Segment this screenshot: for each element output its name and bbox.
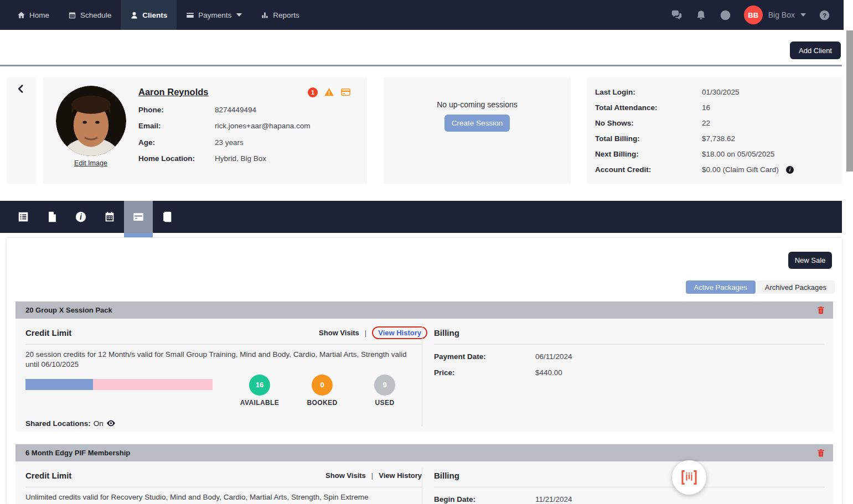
- barcode-scan-widget-button[interactable]: [672, 460, 706, 495]
- tab-schedule[interactable]: [95, 201, 124, 233]
- scrollbar-thumb[interactable]: [846, 30, 853, 172]
- book-icon: [161, 211, 173, 223]
- tab-notes[interactable]: [153, 201, 182, 233]
- stat-label: Total Billing:: [595, 134, 702, 143]
- tab-active-packages[interactable]: Active Packages: [686, 280, 756, 294]
- chevron-left-icon: [17, 84, 26, 93]
- header-divider: [0, 65, 842, 66]
- tab-archived-packages[interactable]: Archived Packages: [757, 280, 835, 294]
- nav-item-clients[interactable]: Clients: [121, 0, 177, 30]
- field-label: Age:: [138, 138, 215, 147]
- field-value: rick.jones+aar@hapana.com: [215, 122, 310, 130]
- billing-value: $440.00: [535, 368, 562, 377]
- delete-package-button[interactable]: [816, 448, 825, 458]
- nav-label: Payments: [198, 11, 231, 19]
- client-name-link[interactable]: Aaron Reynolds: [138, 87, 209, 97]
- package-title: 6 Month Edgy PIF Membership: [25, 449, 130, 457]
- credit-progress-fill: [25, 379, 93, 390]
- credit-counters: 16 AVAILABLE 0 BOOKED 9 USED: [235, 375, 410, 407]
- stat-label: Next Billing:: [595, 150, 702, 158]
- package-body: Credit Limit Show Visits | View History …: [15, 461, 833, 504]
- billing-label: Payment Date:: [434, 352, 535, 361]
- alert-count-badge[interactable]: 1: [308, 87, 318, 97]
- tab-packages[interactable]: [124, 201, 153, 233]
- tab-info[interactable]: i: [66, 201, 95, 233]
- calendar-icon: [104, 211, 116, 223]
- help-icon[interactable]: ?: [819, 9, 830, 21]
- package-description: Unlimited credits valid for Recovery Stu…: [25, 492, 410, 502]
- billing-row-price: Price: $440.00: [434, 368, 824, 377]
- warning-icon[interactable]: [324, 87, 334, 97]
- client-info-column: Aaron Reynolds 1 Phone: 8274449494 Email…: [138, 77, 367, 184]
- stat-label: No Shows:: [595, 119, 702, 127]
- used-count: 9: [374, 375, 395, 396]
- billing-label: Begin Date:: [434, 495, 535, 503]
- messages-icon[interactable]: [671, 9, 683, 21]
- counter-label: USED: [360, 399, 410, 407]
- counter-available: 16 AVAILABLE: [235, 375, 285, 407]
- client-summary-card: Edit Image Aaron Reynolds 1 Phone: 82744…: [43, 77, 367, 184]
- section-divider: [25, 487, 422, 487]
- svg-text:?: ?: [823, 11, 826, 19]
- client-field-age: Age: 23 years: [138, 138, 367, 147]
- billing-row-begin-date: Begin Date: 11/21/2024: [434, 495, 824, 503]
- section-divider: [434, 487, 824, 487]
- credit-card-alert-icon[interactable]: [340, 87, 351, 97]
- shared-locations-value: On: [94, 419, 104, 428]
- field-label: Email:: [138, 122, 215, 130]
- view-history-link-annotated[interactable]: View History: [372, 326, 427, 339]
- shared-locations-label: Shared Locations:: [25, 419, 91, 428]
- counter-used: 9 USED: [360, 375, 410, 407]
- client-field-phone: Phone: 8274449494: [138, 106, 367, 114]
- credit-progress-bar: [25, 379, 213, 390]
- trash-icon: [816, 448, 825, 458]
- tab-documents[interactable]: [38, 201, 66, 233]
- new-sale-button[interactable]: New Sale: [788, 252, 832, 269]
- field-label: Home Location:: [138, 154, 215, 163]
- view-history-link[interactable]: View History: [379, 471, 422, 480]
- billing-row-payment-date: Payment Date: 06/11/2024: [434, 352, 824, 361]
- stat-row-no-shows: No Shows: 22: [595, 118, 842, 128]
- home-icon: [17, 11, 25, 19]
- stat-value: $18.00 on 05/05/2025: [702, 150, 774, 158]
- credit-limit-title: Credit Limit: [25, 328, 71, 337]
- delete-package-button[interactable]: [816, 305, 825, 315]
- nav-item-schedule[interactable]: Schedule: [59, 0, 121, 30]
- stat-row-total-billing: Total Billing: $7,738.62: [595, 134, 842, 143]
- tab-overview[interactable]: [9, 201, 38, 233]
- stat-value: 01/30/2025: [702, 88, 740, 96]
- account-credit-info-icon[interactable]: i: [785, 165, 794, 174]
- upcoming-sessions-card: No up-coming sessions Create Session: [384, 77, 571, 184]
- page-scrollbar: [844, 0, 853, 504]
- stat-label: Account Credit:: [595, 165, 702, 174]
- payments-icon: [186, 11, 194, 19]
- stat-row-total-attendance: Total Attendance: 16: [595, 103, 842, 112]
- client-section-tabbar: i: [0, 201, 842, 233]
- navbar-tools: BB Big Box ?: [671, 0, 844, 30]
- notifications-bell-icon[interactable]: [695, 9, 707, 21]
- stat-value: 16: [702, 103, 710, 112]
- billing-section: Billing Payment Date: 06/11/2024 Price: …: [422, 319, 833, 432]
- client-field-email: Email: rick.jones+aar@hapana.com: [138, 122, 367, 130]
- stat-label: Last Login:: [595, 88, 702, 96]
- nav-item-home[interactable]: Home: [8, 0, 59, 30]
- nav-item-payments[interactable]: Payments: [177, 0, 251, 30]
- show-visits-link[interactable]: Show Visits: [319, 329, 359, 337]
- previous-client-button[interactable]: [7, 77, 36, 184]
- edit-image-link[interactable]: Edit Image: [74, 159, 107, 167]
- add-client-button[interactable]: Add Client: [790, 41, 841, 59]
- counter-booked: 0 BOOKED: [297, 375, 347, 407]
- account-menu[interactable]: Big Box: [768, 11, 806, 19]
- eye-icon[interactable]: [106, 419, 116, 427]
- package-body: Credit Limit Show Visits | View History …: [15, 319, 833, 432]
- info-icon: i: [75, 211, 87, 223]
- recent-activity-clock-icon[interactable]: [720, 9, 731, 21]
- nav-item-reports[interactable]: Reports: [251, 0, 308, 30]
- stat-row-next-billing: Next Billing: $18.00 on 05/05/2025: [595, 149, 842, 159]
- show-visits-link[interactable]: Show Visits: [325, 471, 366, 480]
- create-session-button[interactable]: Create Session: [444, 115, 510, 132]
- client-photo: [56, 86, 126, 156]
- nav-label: Schedule: [80, 11, 111, 19]
- account-avatar[interactable]: BB: [744, 6, 763, 24]
- package-description: 20 session credits for 12 Month/s valid …: [25, 350, 410, 370]
